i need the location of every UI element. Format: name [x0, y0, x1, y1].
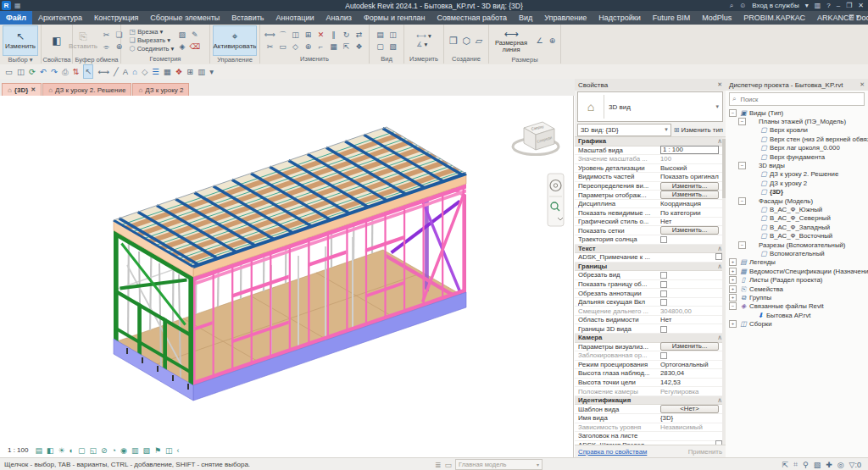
text-icon[interactable]: A — [123, 65, 128, 78]
properties-help-link[interactable]: Справка по свойствам — [578, 448, 647, 456]
crop-view-icon[interactable]: ▢ — [78, 446, 86, 455]
ribbon-tab[interactable]: Аннотации — [270, 11, 320, 25]
worksets-icon[interactable]: ≣ — [435, 461, 442, 469]
tree-toggle[interactable]: − — [738, 118, 746, 125]
tree-item[interactable]: + Семейства — [726, 285, 868, 293]
tree-item[interactable]: Верх кровли — [726, 126, 868, 135]
paint-icon[interactable]: ▨ — [179, 30, 186, 40]
property-row[interactable]: Дисциплина Координация — [575, 200, 726, 209]
property-row[interactable]: Переопределения ви... Изменить... — [575, 182, 726, 191]
undo-icon[interactable]: ↶ — [40, 65, 47, 78]
panel-label-select[interactable]: Выбор ▾ — [0, 56, 41, 64]
hide-icon[interactable]: ◫ — [389, 30, 397, 40]
group-icon[interactable]: ❒ — [449, 36, 458, 46]
property-row[interactable]: Параметры отображ... Изменить... — [575, 191, 726, 200]
close-properties-icon[interactable]: ✕ — [717, 81, 722, 88]
tree-toggle[interactable]: + — [729, 320, 737, 328]
view-tab[interactable]: ⌂ ДЗ к уроку 2. Решение ✕ — [42, 83, 131, 96]
offset-icon[interactable]: ⌒ — [279, 30, 287, 40]
property-row[interactable]: Показать границу об... — [575, 280, 726, 290]
select-by-face-icon[interactable]: ▧ — [814, 461, 821, 469]
join-icon[interactable]: ❖ — [355, 41, 362, 52]
geometry-tool[interactable]: ◳ Врезка ▾ — [130, 28, 175, 36]
corner-icon[interactable]: ⌐ — [319, 41, 323, 52]
ribbon-tab[interactable]: Анализ — [320, 11, 358, 25]
ribbon-tab[interactable]: Надстройки — [593, 11, 646, 25]
geometry-tool[interactable]: ❏ Вырезать ▾ — [130, 36, 175, 44]
geometry-tool[interactable]: ⬡ Соединить ▾ — [130, 45, 175, 53]
property-row[interactable]: Показать сетки Изменить... — [575, 226, 726, 235]
shadows-icon[interactable]: ◐ — [70, 446, 74, 455]
property-row[interactable]: Заблокированная ор... — [575, 351, 726, 361]
dimension-button[interactable]: ⟷ Размерная линия — [491, 25, 531, 56]
property-row[interactable]: Положение камеры Регулировка — [575, 387, 726, 396]
detail-line-icon[interactable]: ╱ — [114, 65, 119, 78]
sign-in-button[interactable]: Вход в службы — [752, 2, 798, 9]
tree-item[interactable]: − Планы этажей (ПЭ_Модель) — [726, 117, 868, 125]
tree-toggle[interactable]: + — [729, 268, 737, 275]
save-icon[interactable]: ◫ — [17, 65, 25, 78]
activate-controls-button[interactable]: ⌖ Активировать — [213, 25, 258, 56]
property-row[interactable]: Шаблон вида <Нет> — [575, 405, 726, 414]
ribbon-tab[interactable]: Управление — [538, 11, 593, 25]
qat-overflow-icon[interactable]: ▾ — [209, 65, 214, 78]
trim-icon[interactable]: ✂ — [267, 41, 274, 52]
properties-button[interactable]: ◧ — [44, 25, 70, 56]
tree-item[interactable]: В_АС_Ф_Восточный — [726, 231, 868, 240]
ribbon-tab[interactable]: Вставить — [225, 11, 270, 25]
edit-type-button[interactable]: ⊞ Изменить тип — [674, 126, 723, 134]
help-icon[interactable]: ? — [826, 2, 830, 9]
rotate-icon[interactable]: ↻ — [343, 30, 350, 40]
type-dropdown-icon[interactable]: ▾ — [715, 103, 722, 110]
tree-item[interactable]: В_АС_Ф_Западный — [726, 223, 868, 231]
tree-toggle[interactable]: + — [729, 294, 737, 301]
tree-item[interactable]: Вспомогательный — [726, 249, 868, 257]
section-icon[interactable]: ◇ — [142, 65, 147, 78]
property-row[interactable]: Параметры визуализ... Изменить... — [575, 343, 726, 352]
select-pinned-icon[interactable]: ⚲ — [803, 461, 809, 469]
temporary-hide-isolate-icon[interactable]: ◔ — [112, 446, 116, 455]
close-button[interactable]: ✕ — [858, 2, 864, 9]
tree-item[interactable]: + Листы (Раздел проекта) — [726, 275, 868, 284]
default-3d-view-icon[interactable]: ⌂ — [132, 65, 137, 78]
cut-icon[interactable]: ✂ — [103, 30, 110, 40]
dropdown-icon[interactable]: ▾ — [805, 2, 809, 9]
property-row[interactable]: Границы ∧ — [575, 263, 726, 272]
view-tab[interactable]: ⌂ ДЗ к уроку 2 ✕ — [132, 83, 189, 96]
delete-icon[interactable]: ✕ — [318, 30, 325, 40]
property-row[interactable]: Идентификация ∧ — [575, 396, 726, 406]
ribbon-tab[interactable]: Формы и генплан — [358, 11, 431, 25]
property-row[interactable]: Обрезать аннотации — [575, 289, 726, 298]
ribbon-tab[interactable]: Файл — [0, 11, 32, 25]
property-row[interactable]: Режим проецирования Ортогональный — [575, 361, 726, 370]
drag-on-selection-icon[interactable]: ✚ — [826, 461, 832, 469]
property-row[interactable]: Имя вида {3D} — [575, 414, 726, 423]
tree-item[interactable]: В_АС_Ф_Южный — [726, 205, 868, 213]
apply-button[interactable]: Применить — [688, 448, 722, 456]
ribbon-tab[interactable]: Вид — [513, 11, 538, 25]
tree-item[interactable]: − Фасады (Модель) — [726, 196, 868, 205]
modify-button[interactable]: ↖ Изменить — [3, 25, 38, 56]
tree-item[interactable]: + Легенды — [726, 258, 868, 267]
filter-icon[interactable]: ▽:0 — [849, 461, 861, 469]
ribbon-tab[interactable]: PROBIM.КАРКАС — [737, 11, 811, 25]
tree-item[interactable]: ДЗ к уроку 2 — [726, 179, 868, 187]
reveal-hidden-icon[interactable]: ◉ — [120, 446, 127, 455]
design-options-icon[interactable]: ◎ — [837, 461, 844, 469]
navigation-bar[interactable] — [548, 174, 564, 226]
tree-toggle[interactable]: − — [729, 302, 737, 310]
tree-toggle[interactable]: + — [729, 276, 737, 284]
property-row[interactable]: Смещение дальнего ... 304800,00 — [575, 307, 726, 316]
property-row[interactable]: Видимость частей Показать оригинал — [575, 173, 726, 182]
property-row[interactable]: ADSK_Примечание к ... — [575, 253, 726, 263]
drawing-area[interactable]: Сверху Спереди 1 : 100 ▤ ◧ — [0, 96, 574, 457]
ribbon-tab[interactable]: ModPlus — [696, 11, 737, 25]
property-row[interactable]: Границы 3D вида — [575, 324, 726, 334]
open-icon[interactable]: ▭ — [5, 65, 13, 78]
tree-item[interactable]: + Ведомости/Спецификации (Назначение вид… — [726, 267, 868, 275]
tree-item[interactable]: {3D} — [726, 188, 868, 196]
tree-item[interactable]: − Разрезы (Вспомогательный) — [726, 241, 868, 249]
ribbon-tab[interactable]: Совместная работа — [431, 11, 513, 25]
property-row[interactable]: Графика ∧ — [575, 137, 726, 147]
view-tab[interactable]: ⌂ {3D} ✕ — [2, 83, 42, 96]
